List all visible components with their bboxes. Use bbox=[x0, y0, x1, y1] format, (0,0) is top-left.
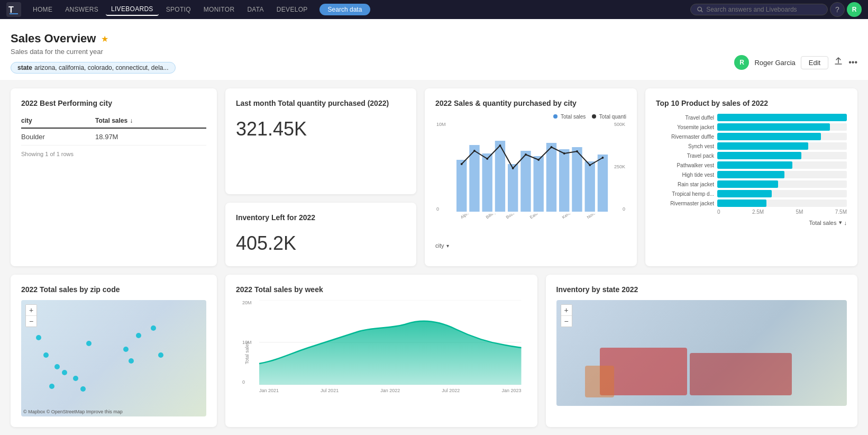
zip-map-title: 2022 Total sales by zip code bbox=[21, 285, 206, 294]
inv-zoom-in-button[interactable]: + bbox=[561, 305, 572, 316]
bar-label: Travel duffel bbox=[656, 115, 714, 121]
help-button[interactable]: ? bbox=[830, 2, 845, 17]
bar-fill bbox=[717, 171, 784, 178]
col-total-sales[interactable]: Total sales ↓ bbox=[95, 114, 206, 128]
header-actions: R Roger Garcia Edit ••• bbox=[734, 55, 857, 70]
nav-data[interactable]: DATA bbox=[242, 4, 269, 15]
svg-point-20 bbox=[499, 144, 501, 147]
bar-label: Rain star jacket bbox=[656, 182, 714, 187]
page-header: Sales Overview ★ Sales data for the curr… bbox=[0, 19, 868, 80]
inventory-left-value: 405.2K bbox=[236, 232, 406, 255]
svg-rect-14 bbox=[572, 147, 582, 212]
share-button[interactable] bbox=[834, 57, 843, 68]
bar-row: Travel pack bbox=[656, 152, 847, 159]
bar-track bbox=[717, 142, 847, 150]
city-filter[interactable]: city ▾ bbox=[435, 242, 626, 249]
weekly-x-labels: Jan 2021 Jul 2021 Jan 2022 Jul 2022 Jan … bbox=[259, 388, 522, 393]
edit-button[interactable]: Edit bbox=[801, 56, 828, 69]
zoom-out-button[interactable]: − bbox=[26, 316, 36, 327]
global-search-input[interactable] bbox=[706, 6, 821, 13]
top10-bar-chart: Travel duffelYosemite jacketRivermaster … bbox=[656, 114, 847, 207]
nav-spotiq[interactable]: SPOTIQ bbox=[161, 4, 196, 15]
inv-zoom-out-button[interactable]: − bbox=[561, 316, 572, 327]
filter-key: state bbox=[17, 64, 32, 71]
nav-monitor[interactable]: MONITOR bbox=[198, 4, 240, 15]
user-avatar-nav[interactable]: R bbox=[847, 2, 862, 17]
bar-fill bbox=[717, 152, 801, 159]
row-1: 2022 Best Performing city city Total sal… bbox=[11, 88, 857, 266]
weekly-sales-chart bbox=[259, 300, 522, 385]
bar-row: Rivermaster duffle bbox=[656, 133, 847, 140]
center-col-stack: Last month Total quantity purchased (202… bbox=[225, 88, 416, 266]
map-dot bbox=[123, 347, 129, 352]
more-options-button[interactable]: ••• bbox=[848, 58, 857, 67]
y-axis-right: 500K 250K 0 bbox=[614, 122, 625, 212]
inventory-left-title: Inventory Left for 2022 bbox=[236, 213, 406, 222]
bar-row: Synch vest bbox=[656, 142, 847, 150]
svg-point-19 bbox=[486, 158, 488, 160]
svg-line-4 bbox=[701, 11, 702, 12]
chart-sort-footer[interactable]: Total sales ▾ ↓ bbox=[656, 219, 847, 226]
bar-row: Travel duffel bbox=[656, 114, 847, 121]
best-city-card: 2022 Best Performing city city Total sal… bbox=[11, 88, 217, 266]
map-dot bbox=[86, 341, 92, 346]
bar-label: Rivermaster duffle bbox=[656, 134, 714, 140]
x-label: 0 bbox=[717, 209, 720, 215]
weekly-sales-title: 2022 Total sales by week bbox=[236, 285, 527, 294]
weekly-sales-card: 2022 Total sales by week Total sales 20M… bbox=[225, 275, 537, 427]
filter-chip[interactable]: state arizona, california, colorado, con… bbox=[11, 62, 176, 74]
bar-fill bbox=[717, 142, 808, 150]
map-attribution: © Mapbox © OpenStreetMap Improve this ma… bbox=[23, 409, 123, 414]
city-filter-label: city bbox=[435, 242, 444, 249]
dashboard: 2022 Best Performing city city Total sal… bbox=[0, 80, 868, 435]
bar-fill bbox=[717, 133, 821, 140]
svg-rect-7 bbox=[482, 153, 492, 212]
svg-point-26 bbox=[576, 150, 578, 152]
x-label: 5M bbox=[796, 209, 803, 215]
svg-rect-9 bbox=[508, 164, 518, 212]
top10-products-card: Top 10 Product by sales of 2022 Travel d… bbox=[645, 88, 857, 266]
bar-row: Tropical hemp d... bbox=[656, 190, 847, 197]
bar-track bbox=[717, 161, 847, 169]
bar-track bbox=[717, 114, 847, 121]
search-data-button[interactable]: Search data bbox=[319, 4, 371, 15]
y-labels: 20M 10M 0 bbox=[242, 300, 252, 385]
bar-fill bbox=[717, 114, 847, 121]
map-dot bbox=[49, 384, 54, 389]
map-dot bbox=[43, 352, 49, 358]
map-dot bbox=[129, 358, 134, 364]
state-region-dark-red bbox=[690, 353, 791, 395]
user-avatar: R bbox=[734, 55, 749, 70]
app-logo[interactable]: T bbox=[6, 2, 21, 17]
bar-label: Tropical hemp d... bbox=[656, 191, 714, 197]
zoom-in-button[interactable]: + bbox=[26, 305, 36, 316]
nav-develop[interactable]: DEVELOP bbox=[271, 4, 313, 15]
sort-icon[interactable]: ▾ bbox=[839, 219, 842, 226]
nav-home[interactable]: HOME bbox=[28, 4, 58, 15]
bar-track bbox=[717, 190, 847, 197]
filter-value: arizona, california, colorado, connectic… bbox=[34, 64, 168, 71]
bar-track bbox=[717, 171, 847, 178]
map-zoom-controls[interactable]: + − bbox=[25, 304, 37, 327]
combo-legend: Total sales Total quanti bbox=[435, 114, 626, 120]
inv-map-zoom-controls[interactable]: + − bbox=[561, 304, 572, 327]
best-city-table: city Total sales ↓ Boulder 18.97M bbox=[21, 114, 206, 146]
zip-map-card: 2022 Total sales by zip code + − bbox=[11, 275, 217, 427]
state-region-orange bbox=[585, 366, 614, 397]
svg-text:T: T bbox=[8, 5, 14, 14]
y-axis-left: 10M 0 bbox=[436, 122, 446, 212]
global-search-bar[interactable] bbox=[690, 4, 828, 15]
bar-row: Rain star jacket bbox=[656, 180, 847, 188]
nav-liveboards[interactable]: LIVEBOARDS bbox=[106, 3, 159, 16]
svg-point-28 bbox=[602, 157, 604, 159]
sort-dir-icon[interactable]: ↓ bbox=[844, 220, 847, 226]
bar-fill bbox=[717, 190, 772, 197]
nav-answers[interactable]: ANSWERS bbox=[60, 4, 104, 15]
bar-row: Yosemite jacket bbox=[656, 123, 847, 131]
bar-fill bbox=[717, 200, 766, 207]
inventory-state-title: Inventory by state 2022 bbox=[556, 285, 847, 294]
filter-dropdown-icon[interactable]: ▾ bbox=[446, 243, 449, 249]
favorite-icon[interactable]: ★ bbox=[101, 34, 108, 44]
bar-fill bbox=[717, 123, 830, 131]
col-city: city bbox=[21, 114, 95, 128]
